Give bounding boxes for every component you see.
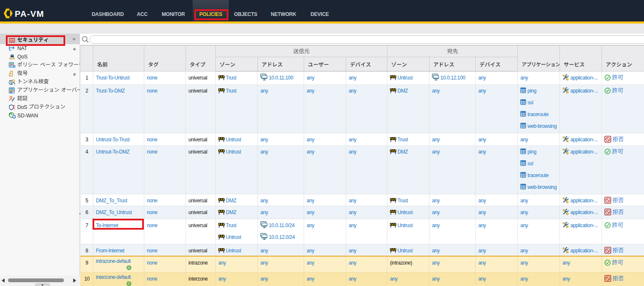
svg-text:QoS: QoS bbox=[9, 57, 15, 60]
